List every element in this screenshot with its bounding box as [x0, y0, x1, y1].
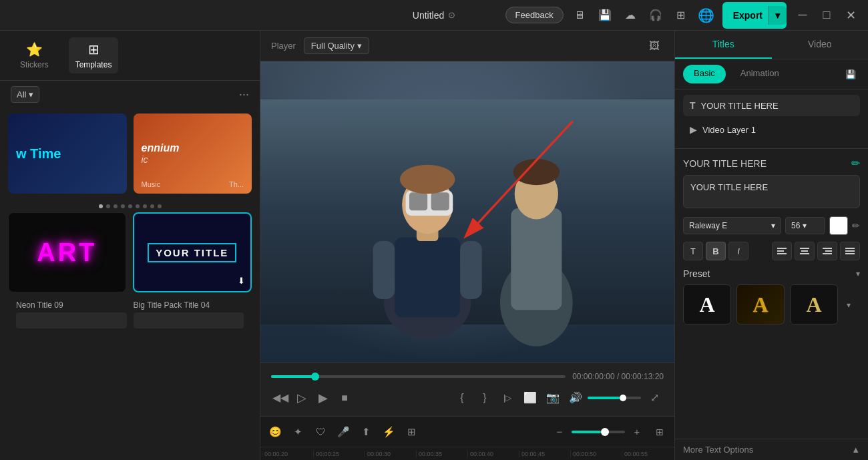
apps-icon[interactable]: ⊞	[672, 6, 690, 25]
preset-letter-3: A	[806, 292, 821, 317]
headphones-icon[interactable]: 🎧	[646, 6, 665, 25]
dot-2[interactable]	[114, 204, 118, 208]
tab-video[interactable]: Video	[772, 31, 869, 59]
italic-button[interactable]: I	[728, 242, 748, 260]
sidebar-item-templates[interactable]: ⊞ Templates	[69, 37, 119, 73]
split-tool-button[interactable]: ⚡	[379, 423, 398, 441]
layer-item-title[interactable]: T YOUR TITLE HERE	[683, 95, 860, 116]
sub-tab-animation[interactable]: Animation	[730, 65, 790, 83]
screen-button[interactable]: ⬜	[521, 389, 539, 407]
template-card-neon-time[interactable]: w Time	[8, 113, 127, 194]
preset-item-gradient[interactable]: A	[790, 284, 838, 324]
title-status-icon[interactable]: ⊙	[448, 10, 455, 20]
play-fill-button[interactable]: ▶	[314, 389, 333, 407]
cloud-icon[interactable]: ☁	[621, 6, 640, 25]
monitor-icon[interactable]: 🖥	[570, 6, 589, 25]
profile-icon[interactable]: 🌐	[697, 6, 716, 25]
volume-icon[interactable]: 🔊	[566, 389, 585, 407]
text-input-area[interactable]: YOUR TITLE HERE	[683, 175, 860, 208]
scene-tool-button[interactable]: ⬆	[357, 423, 375, 441]
template-card-neon-art[interactable]: ART	[8, 212, 126, 292]
ruler-mark-5: 00:00:45	[519, 451, 570, 457]
volume-slider[interactable]	[588, 397, 641, 399]
font-dropdown[interactable]: Raleway E ▾	[683, 217, 781, 234]
text-format-button[interactable]: T	[683, 242, 703, 260]
zoom-slider[interactable]	[572, 431, 625, 433]
dot-5[interactable]	[136, 204, 140, 208]
quality-dropdown[interactable]: Full Quality ▾	[304, 37, 369, 54]
export-dropdown-arrow[interactable]: ▾	[768, 6, 787, 25]
mark-in-button[interactable]: {	[453, 389, 471, 407]
bold-button[interactable]: B	[706, 242, 726, 260]
preset-grid: A A A	[683, 284, 838, 324]
transition-tool-button[interactable]: ⊞	[402, 423, 421, 441]
filter-dropdown[interactable]: All ▾	[11, 86, 39, 103]
font-size-dropdown[interactable]: 56 ▾	[785, 217, 825, 234]
more-options-button[interactable]: ···	[239, 87, 249, 101]
window-controls: ─ □ ✕	[793, 6, 860, 25]
play-button[interactable]: ▷	[292, 389, 311, 407]
controls-row: ◀◀ ▷ ▶ ■ { } |▷ ⬜ 📷 🔊	[271, 389, 664, 407]
tab-titles[interactable]: Titles	[675, 31, 772, 59]
dot-3[interactable]	[121, 204, 125, 208]
layer-item-video[interactable]: ▶ Video Layer 1	[683, 119, 860, 140]
more-text-options-bar[interactable]: More Text Options ▲	[675, 439, 868, 460]
playback-ctrl-group: ◀◀ ▷ ▶ ■	[271, 389, 354, 407]
zoom-in-button[interactable]: +	[628, 423, 646, 441]
eyedropper-button[interactable]: ✏	[852, 220, 860, 231]
color-swatch[interactable]	[829, 216, 848, 235]
template-row-1: w Time ennium ic Music Th...	[8, 113, 252, 194]
export-button[interactable]: Export ▾	[722, 2, 787, 29]
align-right-button[interactable]	[817, 242, 837, 260]
prev-frame-button[interactable]: ◀◀	[271, 389, 290, 407]
dot-4[interactable]	[128, 204, 132, 208]
zoom-handle[interactable]	[601, 428, 609, 436]
sidebar-item-stickers[interactable]: ⭐ Stickers	[13, 37, 55, 73]
align-justify-button[interactable]	[840, 242, 860, 260]
dot-7[interactable]	[150, 204, 154, 208]
dot-0[interactable]	[99, 204, 103, 208]
progress-bar[interactable]	[271, 375, 566, 378]
ai-edit-icon[interactable]: ✏	[851, 157, 860, 170]
preset-dropdown-chevron[interactable]: ▾	[856, 269, 860, 278]
ruler-mark-7: 00:00:55	[622, 451, 673, 457]
emoji-tool-button[interactable]: 😊	[266, 423, 284, 441]
player-image-icon[interactable]: 🖼	[645, 37, 664, 55]
mic-tool-button[interactable]: 🎤	[334, 423, 353, 441]
stop-button[interactable]: ■	[335, 389, 354, 407]
effects-tool-button[interactable]: ✦	[288, 423, 307, 441]
document-title: Untitled	[413, 10, 444, 21]
trim-button[interactable]: |▷	[498, 389, 517, 407]
zoom-out-button[interactable]: −	[550, 423, 569, 441]
preset-item-gold[interactable]: A	[736, 284, 785, 324]
dot-1[interactable]	[106, 204, 110, 208]
mark-out-button[interactable]: }	[475, 389, 494, 407]
ruler-mark-6: 00:00:50	[570, 451, 622, 457]
time-current: 00:00:00:00 / 00:00:13:20	[572, 372, 664, 381]
timeline-grid-button[interactable]: ⊞	[650, 423, 669, 441]
ruler-mark-1: 00:00:25	[313, 451, 365, 457]
dot-8[interactable]	[158, 204, 162, 208]
camera-snapshot-button[interactable]: 📷	[544, 389, 562, 407]
skeleton-bar-1	[16, 312, 127, 328]
template-card-big-title[interactable]: YOUR TITLE ⬇	[133, 212, 252, 292]
svg-rect-2	[395, 238, 460, 318]
progress-handle[interactable]	[311, 373, 319, 381]
save-icon[interactable]: 💾	[596, 6, 614, 25]
align-left-button[interactable]	[772, 242, 792, 260]
minimize-button[interactable]: ─	[793, 6, 812, 25]
dot-6[interactable]	[143, 204, 147, 208]
close-button[interactable]: ✕	[841, 6, 860, 25]
fullscreen-button[interactable]: ⤢	[645, 389, 664, 407]
save-preset-icon[interactable]: 💾	[841, 65, 860, 83]
preset-expand-button[interactable]: ▾	[842, 298, 855, 312]
mask-tool-button[interactable]: 🛡	[311, 423, 330, 441]
volume-handle[interactable]	[620, 395, 626, 401]
sub-tab-basic[interactable]: Basic	[683, 65, 726, 83]
preset-item-white[interactable]: A	[683, 284, 731, 324]
pagination-dots	[8, 200, 252, 212]
maximize-button[interactable]: □	[817, 6, 836, 25]
align-center-button[interactable]	[795, 242, 815, 260]
feedback-button[interactable]: Feedback	[505, 7, 564, 23]
template-card-millennium[interactable]: ennium ic Music Th...	[134, 113, 252, 194]
